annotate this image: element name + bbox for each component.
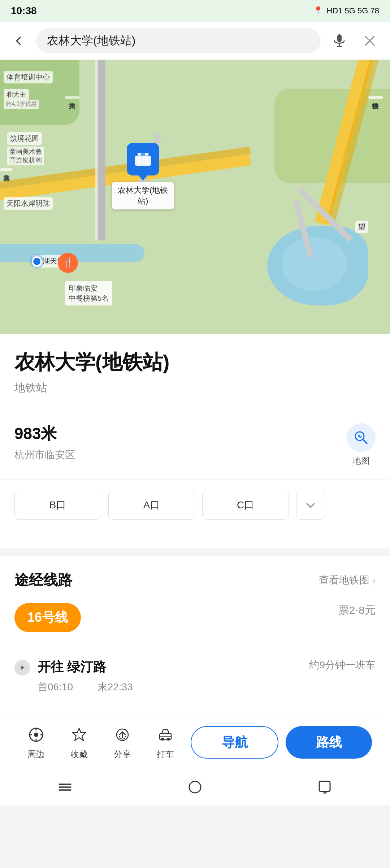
poi-label-望: 望 xyxy=(355,221,368,233)
navigation-button[interactable]: 导航 xyxy=(191,726,278,759)
exit-b-button[interactable]: B口 xyxy=(14,491,101,520)
svg-point-28 xyxy=(189,781,201,793)
current-location xyxy=(29,253,45,269)
route-header: 途经线路 查看地铁图 › xyxy=(14,570,376,590)
direction-icon xyxy=(14,660,30,676)
svg-rect-6 xyxy=(136,157,150,164)
home-nav-button[interactable] xyxy=(181,776,209,798)
system-nav-bar xyxy=(0,769,390,805)
direction-times: 首06:10 末22:33 xyxy=(38,680,133,694)
route-section: 途经线路 查看地铁图 › 16号线 票2-8元 开往 绿汀路 首06:10 xyxy=(0,556,390,716)
poi-label-5: 印象临安中餐榜第5名 xyxy=(65,281,112,305)
poi-label-9: 童画美术教育连锁机构 xyxy=(7,147,44,165)
place-title: 农林大学(地铁站) xyxy=(14,349,376,376)
route-title: 途经线路 xyxy=(14,570,72,590)
ticket-price: 票2-8元 xyxy=(338,603,376,618)
favorite-label: 收藏 xyxy=(70,748,88,760)
favorite-button[interactable]: 收藏 xyxy=(58,725,101,760)
map-thumb-label: 地图 xyxy=(352,455,370,466)
status-icons: 📍 HD1 5G 5G 78 xyxy=(313,6,379,16)
svg-point-15 xyxy=(34,733,38,737)
taxi-label: 打车 xyxy=(157,748,174,760)
search-bar xyxy=(0,22,390,60)
svg-point-24 xyxy=(167,738,170,741)
share-button[interactable]: 分享 xyxy=(101,725,144,760)
svg-marker-20 xyxy=(73,728,86,741)
menu-nav-button[interactable] xyxy=(51,776,79,798)
detail-panel: 农林大学(地铁站) 地铁站 983米 杭州市临安区 地图 B口 xyxy=(0,334,390,548)
map-marker: 农林大学(地铁站) xyxy=(112,143,174,209)
exit-c-button[interactable]: C口 xyxy=(202,491,289,520)
search-input[interactable] xyxy=(36,28,321,53)
line-badge: 16号线 xyxy=(14,603,81,632)
exit-buttons-container: B口 A口 C口 xyxy=(14,480,376,548)
link-arrow-icon: › xyxy=(372,574,376,586)
back-button[interactable] xyxy=(9,31,29,51)
marker-icon xyxy=(127,143,159,175)
share-icon xyxy=(112,725,133,745)
close-button[interactable] xyxy=(358,29,381,52)
restaurant-marker: 🍴 xyxy=(58,253,78,273)
direction-main: 开往 绿汀路 xyxy=(38,658,133,676)
taxi-icon xyxy=(155,725,176,745)
distance-info: 983米 杭州市临安区 xyxy=(14,423,75,462)
star-icon xyxy=(69,725,89,745)
distance-row: 983米 杭州市临安区 地图 xyxy=(14,410,376,479)
exit-more-button[interactable] xyxy=(296,491,325,520)
svg-line-11 xyxy=(363,439,367,443)
direction-left: 开往 绿汀路 首06:10 末22:33 xyxy=(14,658,133,694)
bottom-action-bar: 周边 收藏 分享 xyxy=(0,716,390,769)
line-row: 16号线 票2-8元 xyxy=(14,603,376,641)
share-label: 分享 xyxy=(114,748,131,760)
svg-rect-29 xyxy=(319,781,330,791)
exit-a-button[interactable]: A口 xyxy=(108,491,195,520)
svg-rect-0 xyxy=(337,34,342,42)
poi-label-10: 科技大道快 xyxy=(368,96,383,99)
interval-text: 约9分钟一班车 xyxy=(309,658,376,672)
last-train: 末22:33 xyxy=(98,681,133,693)
route-button[interactable]: 路线 xyxy=(286,726,372,759)
subway-map-link[interactable]: 查看地铁图 › xyxy=(319,573,376,587)
place-type: 地铁站 xyxy=(14,381,376,395)
map-thumbnail-button[interactable]: 地图 xyxy=(347,423,376,466)
direction-text: 开往 绿汀路 首06:10 末22:33 xyxy=(38,658,133,694)
mic-button[interactable] xyxy=(328,29,351,52)
map-view[interactable]: 体育培训中心 筑境花园 天阳水岸明珠 滨湖天地 印象临安中餐榜第5名 和大王 购… xyxy=(0,60,390,334)
direction-row: 开往 绿汀路 首06:10 末22:33 约9分钟一班车 xyxy=(14,651,376,701)
poi-label-1: 体育培训中心 xyxy=(4,71,53,83)
poi-label-2: 筑境花园 xyxy=(7,132,42,145)
map-thumb-icon xyxy=(347,423,376,452)
exit-buttons: B口 A口 C口 xyxy=(14,491,376,534)
status-network: 📍 xyxy=(313,6,323,16)
poi-label-11: 武肃街 xyxy=(65,96,79,99)
marker-label: 农林大学(地铁站) xyxy=(112,182,174,209)
poi-label-6: 和大王 xyxy=(4,89,29,100)
nearby-label: 周边 xyxy=(27,748,45,760)
status-bar: 10:38 📍 HD1 5G 5G 78 xyxy=(0,0,390,22)
distance-value: 983米 xyxy=(14,423,75,444)
svg-point-23 xyxy=(161,738,164,741)
status-signal: HD1 5G 5G 78 xyxy=(326,6,379,16)
status-time: 10:38 xyxy=(11,5,37,17)
taxi-button[interactable]: 打车 xyxy=(144,725,187,760)
first-train: 首06:10 xyxy=(38,681,73,693)
nearby-icon xyxy=(26,725,46,745)
distance-address: 杭州市临安区 xyxy=(14,448,75,462)
subway-map-link-text: 查看地铁图 xyxy=(319,573,369,587)
poi-label-7: 购4.9折优惠 xyxy=(4,100,39,109)
svg-rect-9 xyxy=(137,153,149,156)
nearby-button[interactable]: 周边 xyxy=(14,725,58,760)
poi-label-3: 天阳水岸明珠 xyxy=(4,197,53,210)
poi-label-8: 农林大路 xyxy=(0,168,13,171)
back-nav-button[interactable] xyxy=(311,776,339,798)
